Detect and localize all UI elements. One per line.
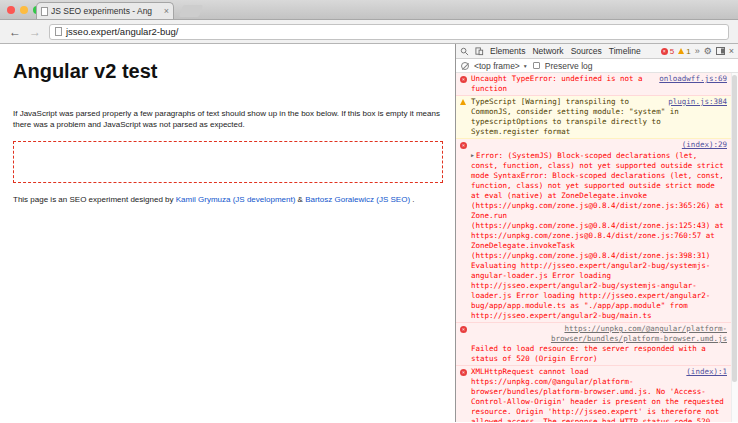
source-line: https://unpkg.com/@angular/platform-brow… xyxy=(471,324,727,344)
titlebar: JS SEO experiments - Ang × xyxy=(0,0,738,20)
console-output: × onloadwff.js:69 Uncaught TypeError: un… xyxy=(456,73,738,422)
close-window-button[interactable] xyxy=(7,6,15,14)
credit-prefix: This page is an SEO experiment designed … xyxy=(13,195,176,204)
credit-suffix: . xyxy=(410,195,414,204)
source-link[interactable]: (index):1 xyxy=(686,367,727,377)
preserve-log-label: Preserve log xyxy=(545,61,593,71)
devtools-tabs: Elements Network Sources Timeline xyxy=(490,46,641,56)
source-link[interactable]: plugin.js:384 xyxy=(668,97,727,107)
source-link[interactable]: https://unpkg.com/@angular/platform-brow… xyxy=(551,324,727,343)
back-button[interactable]: ← xyxy=(9,26,21,38)
message-text: Uncaught TypeError: undefined is not a f… xyxy=(471,74,643,93)
message-body: ▶Error: (SystemJS) Block-scoped declarat… xyxy=(471,150,727,321)
credit-separator: & xyxy=(295,195,305,204)
error-count-icon: × xyxy=(661,48,668,55)
bartosz-link[interactable]: Bartosz Goralewicz (JS SEO) xyxy=(305,195,410,204)
devtools-tabbar-right: ×5 1 » ⚙ × xyxy=(661,47,734,56)
console-message-uncaught-typeerror: × onloadwff.js:69 Uncaught TypeError: un… xyxy=(456,73,738,96)
tab-close-icon[interactable]: × xyxy=(164,7,169,16)
page-icon xyxy=(55,27,62,36)
content-area: Angular v2 test If JavaScript was parsed… xyxy=(0,44,738,422)
frame-select[interactable]: <top frame> ▼ xyxy=(474,61,528,71)
settings-icon[interactable]: ⚙ xyxy=(704,47,712,56)
close-devtools-icon[interactable]: × xyxy=(729,47,734,56)
minimize-window-button[interactable] xyxy=(20,6,28,14)
devtools-panel: Elements Network Sources Timeline ×5 1 »… xyxy=(455,44,738,422)
error-icon: × xyxy=(460,142,467,149)
error-icon: × xyxy=(460,369,467,376)
url-text: jsseo.expert/angular2-bug/ xyxy=(66,26,179,37)
error-count: 5 xyxy=(670,47,674,56)
page-title: Angular v2 test xyxy=(13,60,443,83)
browser-window: JS SEO experiments - Ang × ← → jsseo.exp… xyxy=(0,0,738,423)
credit-text: This page is an SEO experiment designed … xyxy=(13,195,443,204)
tab-timeline[interactable]: Timeline xyxy=(609,46,641,56)
expand-icon[interactable]: ▶ xyxy=(471,152,474,158)
tab-elements[interactable]: Elements xyxy=(490,46,525,56)
console-message-systemjs-error: × (index):29 ▶Error: (SystemJS) Block-sc… xyxy=(456,139,738,323)
warning-badge[interactable]: 1 xyxy=(678,47,690,56)
tab-network[interactable]: Network xyxy=(532,46,563,56)
console-message-xhr-cors: × (index):1 XMLHttpRequest cannot load h… xyxy=(456,366,738,422)
tab-title: JS SEO experiments - Ang xyxy=(51,6,161,16)
tab-favicon-icon xyxy=(41,7,48,16)
scrollbar-thumb[interactable] xyxy=(732,75,737,382)
console-message-typescript-warning: plugin.js:384 TypeScript [Warning] trans… xyxy=(456,96,738,139)
browser-toolbar: ← → jsseo.expert/angular2-bug/ xyxy=(0,20,738,44)
error-icon: × xyxy=(460,326,467,333)
url-bar[interactable]: jsseo.expert/angular2-bug/ xyxy=(49,24,729,40)
console-scrollbar[interactable] xyxy=(731,73,738,422)
new-tab-button[interactable] xyxy=(179,5,203,17)
console-message-failed-resource: × https://unpkg.com/@angular/platform-br… xyxy=(456,323,738,366)
web-page: Angular v2 test If JavaScript was parsed… xyxy=(0,44,455,422)
frame-select-value: <top frame> xyxy=(474,61,520,71)
error-badge[interactable]: ×5 xyxy=(661,47,674,56)
browser-tab[interactable]: JS SEO experiments - Ang × xyxy=(36,2,174,19)
intro-text: If JavaScript was parsed properly a few … xyxy=(13,108,443,130)
console-toolbar: <top frame> ▼ Preserve log xyxy=(456,59,738,73)
error-icon: × xyxy=(460,76,467,83)
chevron-down-icon: ▼ xyxy=(523,63,528,69)
message-text: Failed to load resource: the server resp… xyxy=(471,344,727,364)
overflow-tabs-icon[interactable]: » xyxy=(695,47,700,56)
source-link[interactable]: onloadwff.js:69 xyxy=(659,74,727,84)
warning-icon xyxy=(460,99,466,105)
message-text: TypeScript [Warning] transpiling to Comm… xyxy=(471,97,679,136)
preserve-log-checkbox[interactable] xyxy=(533,62,540,69)
empty-js-box xyxy=(13,141,443,183)
forward-button[interactable]: → xyxy=(29,26,41,38)
dock-side-icon[interactable] xyxy=(716,47,725,55)
message-text: Error: (SystemJS) Block-scoped declarati… xyxy=(471,151,724,320)
warning-count-icon xyxy=(678,48,684,54)
source-line: (index):29 xyxy=(471,140,727,150)
device-toolbar-icon[interactable] xyxy=(475,47,484,56)
source-link[interactable]: (index):29 xyxy=(682,140,727,149)
tab-sources[interactable]: Sources xyxy=(571,46,602,56)
message-head: XMLHttpRequest cannot load xyxy=(471,367,588,376)
kamil-link[interactable]: Kamil Grymuza (JS development) xyxy=(176,195,296,204)
warning-count: 1 xyxy=(686,47,690,56)
message-text: https://unpkg.com/@angular/platform-brow… xyxy=(471,377,727,422)
search-icon[interactable] xyxy=(460,47,469,56)
devtools-tabbar: Elements Network Sources Timeline ×5 1 »… xyxy=(456,44,738,59)
clear-console-icon[interactable] xyxy=(461,62,469,70)
